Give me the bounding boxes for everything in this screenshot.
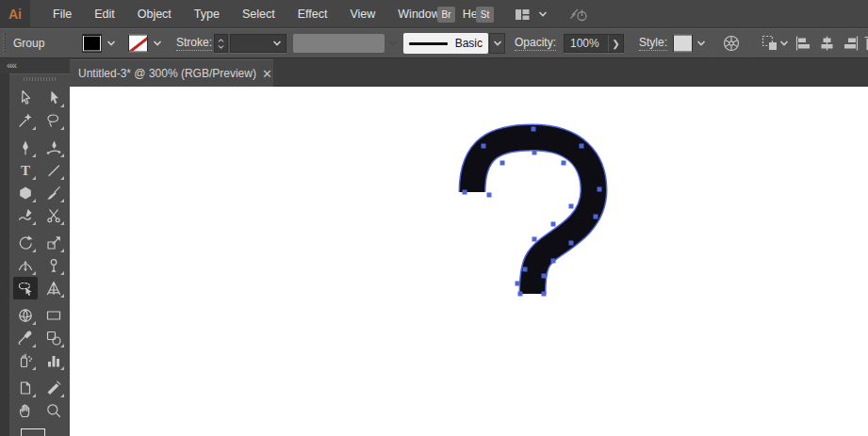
- opacity-field[interactable]: 100% ❯: [564, 34, 624, 53]
- perspective-grid-icon: [45, 280, 62, 297]
- blend-tool[interactable]: [41, 327, 66, 349]
- anchor-point[interactable]: [532, 237, 537, 242]
- anchor-point[interactable]: [532, 151, 537, 155]
- slice-icon: [45, 379, 62, 396]
- perspective-grid-tool[interactable]: [41, 277, 66, 299]
- anchor-point[interactable]: [518, 292, 523, 297]
- slice-tool[interactable]: [41, 377, 66, 399]
- artboard-canvas[interactable]: [70, 87, 868, 436]
- style-link[interactable]: Style:: [639, 36, 667, 51]
- fill-color-swatch[interactable]: [82, 35, 102, 53]
- fill-chevron-icon[interactable]: [106, 40, 116, 47]
- touch-workspace-icon[interactable]: [568, 6, 589, 23]
- menu-select[interactable]: Select: [231, 0, 287, 28]
- toolbar-grip[interactable]: [24, 77, 56, 81]
- anchor-point[interactable]: [487, 193, 492, 198]
- pen-tool[interactable]: [13, 137, 38, 159]
- column-graph-tool[interactable]: [41, 349, 66, 372]
- stroke-color-swatch[interactable]: [128, 35, 148, 53]
- scissors-tool[interactable]: [41, 204, 66, 227]
- anchor-point[interactable]: [569, 241, 574, 246]
- style-swatch[interactable]: [673, 35, 693, 53]
- menu-effect[interactable]: Effect: [287, 0, 339, 28]
- workspace-switcher-icon[interactable]: [515, 7, 531, 22]
- anchor-point[interactable]: [580, 144, 584, 149]
- mesh-icon: [17, 307, 34, 324]
- paintbrush-tool[interactable]: [41, 182, 66, 204]
- tab-close-icon[interactable]: ✕: [262, 68, 272, 80]
- anchor-point[interactable]: [500, 161, 505, 166]
- type-tool[interactable]: T: [13, 159, 38, 182]
- anchor-point[interactable]: [598, 187, 602, 192]
- recolor-artwork-icon[interactable]: [722, 34, 741, 53]
- anchor-point[interactable]: [542, 274, 547, 279]
- mesh-tool[interactable]: [13, 304, 38, 327]
- align-left-icon[interactable]: [794, 35, 812, 52]
- anchor-point[interactable]: [516, 282, 520, 286]
- type-icon: T: [17, 162, 34, 179]
- anchor-point[interactable]: [569, 204, 574, 209]
- opacity-value[interactable]: 100%: [565, 37, 608, 50]
- anchor-point[interactable]: [532, 127, 536, 132]
- bridge-button[interactable]: Br: [437, 7, 455, 23]
- scale-tool[interactable]: [41, 232, 66, 254]
- selection-tool[interactable]: [13, 87, 38, 109]
- isolate-selected-object-icon[interactable]: [762, 35, 778, 52]
- anchor-point[interactable]: [551, 222, 556, 227]
- opacity-arrow-button[interactable]: ❯: [608, 35, 623, 52]
- brush-definition-dropdown[interactable]: Basic: [403, 33, 488, 54]
- artwork-svg[interactable]: [70, 87, 868, 408]
- menu-edit[interactable]: Edit: [83, 0, 126, 28]
- controlbar-grip[interactable]: [3, 33, 7, 54]
- hand-icon: [17, 402, 34, 419]
- shape-builder-tool[interactable]: [13, 277, 38, 299]
- align-top-icon[interactable]: [863, 35, 868, 52]
- menu-type[interactable]: Type: [183, 0, 231, 28]
- anchor-point[interactable]: [562, 161, 566, 166]
- collapse-panel-button[interactable]: ««: [7, 59, 16, 71]
- artboard-tool[interactable]: [13, 377, 38, 399]
- menu-file[interactable]: File: [41, 0, 83, 28]
- rotate-tool[interactable]: [13, 232, 38, 254]
- puppet-warp-tool[interactable]: [41, 254, 66, 277]
- stroke-panel-link[interactable]: Stroke:: [176, 36, 212, 51]
- polygon-tool[interactable]: [13, 182, 38, 204]
- width-profile-dropdown: [293, 34, 385, 53]
- document-tab[interactable]: Untitled-3* @ 300% (RGB/Preview) ✕: [70, 59, 273, 87]
- anchor-point[interactable]: [463, 190, 467, 195]
- hand-tool[interactable]: [13, 399, 38, 422]
- style-chevron-icon[interactable]: [696, 40, 706, 47]
- workspace-chevron-icon[interactable]: [538, 10, 548, 18]
- artboard-icon: [17, 379, 34, 396]
- anchor-point[interactable]: [551, 259, 556, 264]
- fill-swatch-partial[interactable]: [21, 428, 45, 436]
- brush-name: Basic: [455, 37, 483, 50]
- menu-object[interactable]: Object: [126, 0, 183, 28]
- curvature-tool[interactable]: [41, 137, 66, 159]
- gradient-tool[interactable]: [41, 304, 66, 327]
- menu-view[interactable]: View: [338, 0, 386, 28]
- width-tool[interactable]: [13, 254, 38, 277]
- opacity-link[interactable]: Opacity:: [515, 36, 556, 51]
- align-right-icon[interactable]: [842, 35, 860, 52]
- align-center-icon[interactable]: [818, 35, 836, 52]
- anchor-point[interactable]: [594, 215, 598, 219]
- symbol-sprayer-tool[interactable]: [13, 349, 38, 372]
- shaper-tool[interactable]: [13, 204, 38, 227]
- anchor-point[interactable]: [482, 144, 486, 149]
- magic-wand-tool[interactable]: [13, 109, 38, 132]
- zoom-tool[interactable]: [41, 399, 66, 422]
- stock-button[interactable]: St: [476, 7, 494, 23]
- brush-chevron-button[interactable]: [489, 33, 505, 54]
- stroke-chevron-icon[interactable]: [153, 40, 162, 47]
- lasso-tool[interactable]: [41, 109, 66, 132]
- stroke-weight-stepper[interactable]: [214, 34, 228, 53]
- controlbar-divider: [713, 33, 714, 54]
- isolate-chevron-icon[interactable]: [779, 40, 789, 47]
- eyedropper-tool[interactable]: [13, 327, 38, 349]
- direct-selection-tool[interactable]: [41, 87, 66, 109]
- stroke-weight-dropdown[interactable]: [230, 34, 287, 53]
- anchor-point[interactable]: [542, 292, 547, 297]
- line-segment-tool[interactable]: [41, 159, 66, 182]
- anchor-point[interactable]: [523, 267, 528, 272]
